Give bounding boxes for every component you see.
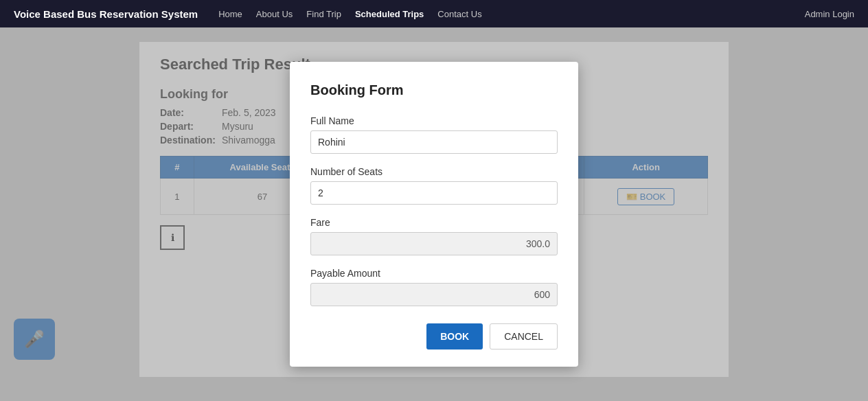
full-name-label: Full Name: [310, 115, 558, 126]
seats-label: Number of Seats: [310, 166, 558, 177]
cancel-button[interactable]: CANCEL: [490, 323, 558, 350]
payable-label: Payable Amount: [310, 268, 558, 279]
nav-find-trip[interactable]: Find Trip: [306, 9, 341, 19]
fare-label: Fare: [310, 217, 558, 228]
seats-input[interactable]: [310, 181, 558, 205]
modal-title: Booking Form: [310, 82, 558, 98]
booking-modal: Booking Form Full Name Number of Seats F…: [290, 62, 578, 367]
payable-group: Payable Amount: [310, 268, 558, 306]
main-content: Searched Trip Result Looking for Date: F…: [0, 27, 868, 401]
payable-input: [310, 283, 558, 306]
navbar-links: Home About Us Find Trip Scheduled Trips …: [218, 9, 805, 19]
fare-group: Fare: [310, 217, 558, 255]
nav-home[interactable]: Home: [218, 9, 242, 19]
book-button[interactable]: BOOK: [426, 323, 483, 350]
navbar-brand: Voice Based Bus Reservation System: [14, 8, 198, 20]
modal-actions: BOOK CANCEL: [310, 323, 558, 350]
nav-contact[interactable]: Contact Us: [437, 9, 481, 19]
navbar: Voice Based Bus Reservation System Home …: [0, 0, 868, 27]
nav-about[interactable]: About Us: [256, 9, 293, 19]
nav-scheduled-trips[interactable]: Scheduled Trips: [355, 9, 424, 19]
fare-input: [310, 232, 558, 255]
seats-group: Number of Seats: [310, 166, 558, 205]
full-name-group: Full Name: [310, 115, 558, 154]
full-name-input[interactable]: [310, 130, 558, 154]
admin-login-link[interactable]: Admin Login: [805, 9, 854, 19]
